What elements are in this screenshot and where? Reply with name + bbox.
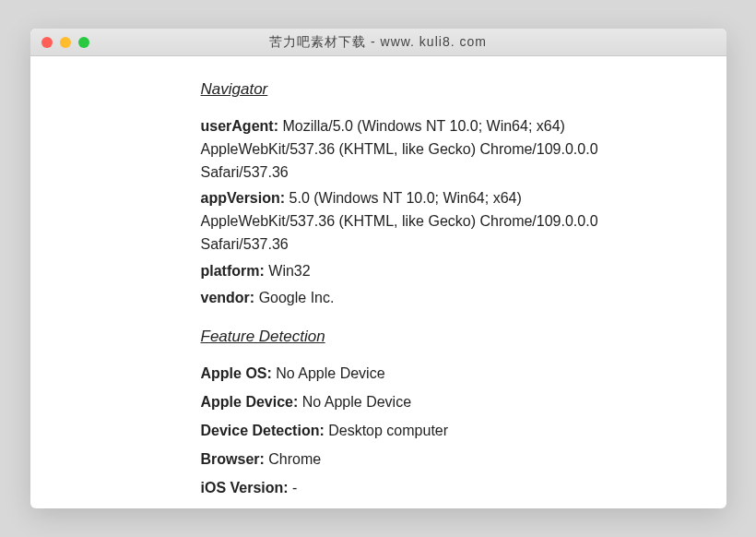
label-browser: Browser: xyxy=(201,451,269,467)
row-appversion: appVersion: 5.0 (Windows NT 10.0; Win64;… xyxy=(201,187,644,256)
row-device-detection: Device Detection: Desktop computer xyxy=(201,420,644,443)
row-platform: platform: Win32 xyxy=(201,260,644,283)
label-apple-device: Apple Device: xyxy=(201,394,302,410)
minimize-icon[interactable] xyxy=(60,37,71,48)
maximize-icon[interactable] xyxy=(78,37,89,48)
section-header-feature: Feature Detection xyxy=(201,328,726,346)
row-browser: Browser: Chrome xyxy=(201,448,644,471)
value-vendor: Google Inc. xyxy=(259,290,335,305)
label-vendor: vendor: xyxy=(201,290,259,305)
close-icon[interactable] xyxy=(41,37,53,48)
label-useragent: userAgent: xyxy=(201,118,283,134)
value-apple-os: No Apple Device xyxy=(276,365,384,381)
row-useragent: userAgent: Mozilla/5.0 (Windows NT 10.0;… xyxy=(201,115,644,184)
label-apple-os: Apple OS: xyxy=(201,365,277,381)
label-platform: platform: xyxy=(201,263,269,279)
titlebar[interactable]: 苦力吧素材下载 - www. kuli8. com xyxy=(30,29,726,56)
label-appversion: appVersion: xyxy=(201,190,289,206)
window-title: 苦力吧素材下载 - www. kuli8. com xyxy=(30,34,726,51)
value-platform: Win32 xyxy=(268,263,310,279)
section-header-navigator: Navigator xyxy=(201,80,726,99)
row-apple-device: Apple Device: No Apple Device xyxy=(201,391,644,414)
row-ios-version: iOS Version: - xyxy=(201,477,644,500)
value-ios-version: - xyxy=(292,480,297,495)
label-ios-version: iOS Version: xyxy=(201,480,293,495)
value-device-detection: Desktop computer xyxy=(328,423,448,438)
row-apple-os: Apple OS: No Apple Device xyxy=(201,363,644,386)
window: 苦力吧素材下载 - www. kuli8. com Navigator user… xyxy=(30,29,726,508)
row-vendor: vendor: Google Inc. xyxy=(201,287,644,310)
value-apple-device: No Apple Device xyxy=(302,394,411,410)
value-browser: Chrome xyxy=(268,451,321,467)
content: Navigator userAgent: Mozilla/5.0 (Window… xyxy=(30,56,726,508)
label-device-detection: Device Detection: xyxy=(201,423,329,438)
traffic-lights xyxy=(41,37,89,48)
section-feature: Feature Detection Apple OS: No Apple Dev… xyxy=(201,328,726,499)
